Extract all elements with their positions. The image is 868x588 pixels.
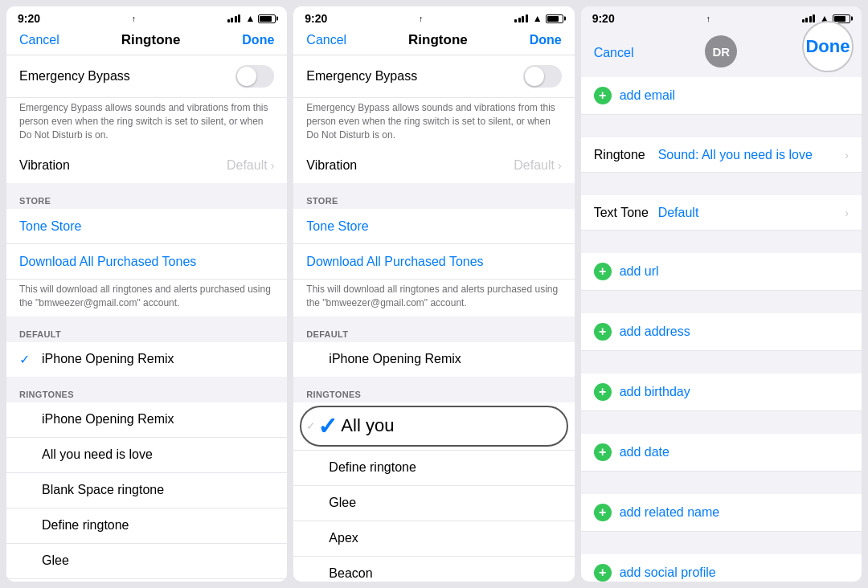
add-email-row[interactable]: + add email: [581, 77, 862, 115]
add-email-label: add email: [620, 88, 675, 103]
ringtone-row-2-1[interactable]: ✓ Glee: [293, 486, 574, 521]
done-button-3[interactable]: Done: [805, 36, 850, 57]
spacer-3: [581, 231, 862, 253]
ringtone-name-1-3: Define ringtone: [42, 518, 129, 533]
ringtone-name-1-4: Glee: [42, 553, 69, 568]
download-all-label-1: Download All Purchased Tones: [19, 255, 274, 269]
done-button-1[interactable]: Done: [242, 33, 274, 47]
download-all-label-2: Download All Purchased Tones: [306, 255, 561, 269]
default-group-2: ✓ iPhone Opening Remix: [293, 342, 574, 377]
add-date-row[interactable]: + add date: [581, 434, 862, 472]
checkmarks-container: ✓ ✓: [306, 412, 338, 440]
add-address-row[interactable]: + add address: [581, 313, 862, 351]
nav-title-1: Ringtone: [121, 32, 181, 48]
vibration-label-2: Vibration: [306, 158, 514, 173]
default-header-1: DEFAULT: [6, 316, 287, 342]
ringtone-name-2-1: Glee: [329, 496, 356, 510]
status-icons-1: ▲: [227, 13, 276, 24]
ringtone-name-2-0: Define ringtone: [329, 460, 416, 475]
emergency-bypass-toggle-1[interactable]: [235, 65, 274, 88]
download-desc-1: This will download all ringtones and ale…: [6, 280, 287, 316]
emergency-bypass-group-1: Emergency Bypass Emergency Bypass allows…: [6, 55, 287, 183]
content-area-1: Emergency Bypass Emergency Bypass allows…: [6, 55, 287, 582]
done-button-2[interactable]: Done: [530, 33, 562, 47]
location-icon-2: ↑: [419, 14, 424, 23]
add-address-icon: +: [594, 323, 612, 341]
ringtone-name-1-1: All you need is love: [42, 447, 153, 462]
default-item-name-2: iPhone Opening Remix: [329, 352, 461, 366]
nav-title-2: Ringtone: [408, 32, 468, 48]
cancel-button-2[interactable]: Cancel: [306, 33, 346, 47]
add-address-group: + add address: [581, 313, 862, 351]
default-group-1: ✓ iPhone Opening Remix: [6, 342, 287, 377]
vibration-row-2[interactable]: Vibration Default ›: [293, 148, 574, 183]
spacer-4: [581, 291, 862, 313]
ringtones-group-2: ✓ ✓ All you ✓ Define ringtone ✓ Glee ✓ A…: [293, 402, 574, 582]
download-all-row-1[interactable]: Download All Purchased Tones: [6, 244, 287, 280]
ringtone-row-2-2[interactable]: ✓ Apex: [293, 521, 574, 557]
ringtone-detail-row[interactable]: Ringtone Sound: All you need is love ›: [581, 137, 862, 173]
emergency-bypass-row-2: Emergency Bypass: [293, 55, 574, 98]
emergency-bypass-group-2: Emergency Bypass Emergency Bypass allows…: [293, 55, 574, 183]
ringtone-row-1-4[interactable]: ✓ Glee: [6, 544, 287, 579]
emergency-bypass-toggle-2[interactable]: [523, 65, 562, 88]
highlighted-ringtone-name: All you: [341, 415, 394, 436]
battery-icon-2: [546, 14, 563, 23]
time-3: 9:20: [592, 12, 615, 25]
default-item-row-2[interactable]: ✓ iPhone Opening Remix: [293, 342, 574, 377]
text-tone-group: Text Tone Default ›: [581, 195, 862, 231]
panel-3: 9:20 ↑ ▲ Cancel DR Done + add email: [581, 6, 862, 582]
add-social-group: + add social profile: [581, 554, 862, 582]
ringtone-row-1-3[interactable]: ✓ Define ringtone: [6, 508, 287, 544]
status-bar-1: 9:20 ↑ ▲: [6, 6, 287, 29]
vibration-chevron-2: ›: [558, 159, 562, 172]
time-2: 9:20: [305, 12, 327, 25]
add-url-group: + add url: [581, 253, 862, 291]
add-social-row[interactable]: + add social profile: [581, 554, 862, 582]
add-related-row[interactable]: + add related name: [581, 494, 862, 532]
download-all-row-2[interactable]: Download All Purchased Tones: [293, 244, 574, 280]
add-email-icon: +: [594, 87, 612, 104]
ringtone-chevron: ›: [845, 149, 849, 161]
cancel-button-1[interactable]: Cancel: [19, 33, 59, 47]
store-header-2: STORE: [293, 183, 574, 209]
vibration-row-1[interactable]: Vibration Default ›: [6, 148, 287, 183]
add-date-group: + add date: [581, 434, 862, 472]
add-social-label: add social profile: [620, 566, 716, 580]
spacer-1: [581, 115, 862, 137]
panel-2: 9:20 ↑ ▲ Cancel Ringtone Done Emergency …: [293, 6, 574, 582]
tone-store-row-1[interactable]: Tone Store: [6, 209, 287, 244]
add-url-label: add url: [620, 264, 659, 279]
highlighted-ringtone-row[interactable]: ✓ ✓ All you: [293, 402, 574, 451]
spacer-2: [581, 173, 862, 195]
ringtone-row-1-5[interactable]: ✓ Apex: [6, 579, 287, 582]
text-tone-detail-row[interactable]: Text Tone Default ›: [581, 195, 862, 231]
ringtone-row-1-2[interactable]: ✓ Blank Space ringtone: [6, 473, 287, 508]
done-circle[interactable]: Done: [802, 21, 854, 72]
add-url-row[interactable]: + add url: [581, 253, 862, 291]
contact-nav: Cancel DR Done: [581, 29, 862, 77]
tone-store-row-2[interactable]: Tone Store: [293, 209, 574, 244]
ringtone-row-2-0[interactable]: ✓ Define ringtone: [293, 451, 574, 486]
add-birthday-label: add birthday: [620, 385, 690, 399]
add-birthday-icon: +: [594, 383, 612, 401]
add-related-label: add related name: [620, 505, 720, 520]
ringtone-name-1-0: iPhone Opening Remix: [42, 412, 174, 427]
ringtone-row-2-3[interactable]: ✓ Beacon: [293, 557, 574, 582]
ringtone-row-1-1[interactable]: ✓ All you need is love: [6, 438, 287, 473]
add-birthday-row[interactable]: + add birthday: [581, 374, 862, 411]
content-area-2: Emergency Bypass Emergency Bypass allows…: [293, 55, 574, 582]
ringtone-group: Ringtone Sound: All you need is love ›: [581, 137, 862, 173]
text-tone-value: Default: [658, 206, 845, 220]
default-item-row-1[interactable]: ✓ iPhone Opening Remix: [6, 342, 287, 377]
spacer-7: [581, 472, 862, 494]
ringtones-group-1: ✓ iPhone Opening Remix ✓ All you need is…: [6, 402, 287, 582]
signal-bars-1: [227, 14, 241, 22]
ringtone-row-1-0[interactable]: ✓ iPhone Opening Remix: [6, 402, 287, 438]
cancel-button-3[interactable]: Cancel: [594, 46, 634, 60]
add-related-group: + add related name: [581, 494, 862, 532]
wifi-icon-2: ▲: [533, 13, 542, 24]
default-item-name-1: iPhone Opening Remix: [42, 352, 174, 366]
download-desc-2: This will download all ringtones and ale…: [293, 280, 574, 316]
add-address-label: add address: [620, 325, 690, 339]
